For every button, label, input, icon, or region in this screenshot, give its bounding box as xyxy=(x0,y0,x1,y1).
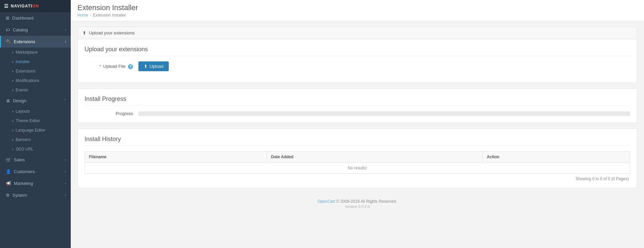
customers-icon: 👤 xyxy=(6,169,11,174)
sidebar-item-marketing[interactable]: 📢 Marketing › xyxy=(0,177,71,189)
sidebar-subitem-theme-editor[interactable]: » Theme Editor xyxy=(0,116,71,126)
chevron-right-icon: › xyxy=(65,193,66,197)
sidebar-item-label: Marketing xyxy=(14,181,33,186)
install-history-body: Install History Filename Date Added Acti… xyxy=(78,129,637,188)
chevron-right-icon: › xyxy=(65,28,66,32)
upload-panel-header: ⬆ Upload your extensions xyxy=(78,27,637,39)
sidebar-subitem-events[interactable]: » Events xyxy=(0,85,71,95)
pagination-info: Showing 0 to 0 of 0 (0 Pages) xyxy=(85,176,630,181)
hamburger-icon[interactable]: ☰ xyxy=(4,3,9,9)
sidebar-item-sales[interactable]: 🛒 Sales › xyxy=(0,154,71,166)
sidebar-item-system[interactable]: ⚙ System › xyxy=(0,189,71,201)
upload-button[interactable]: ⬆ Upload xyxy=(138,61,169,71)
progress-bar-container: Progress xyxy=(85,111,630,116)
install-history-title: Install History xyxy=(85,136,630,146)
dashboard-icon: ⊞ xyxy=(6,16,9,21)
breadcrumb-separator: › xyxy=(90,13,91,18)
nav-header: ☰ NAVIGATION xyxy=(0,0,71,12)
sidebar-item-label: Customers xyxy=(14,169,35,174)
catalog-icon: 🏷 xyxy=(6,27,10,32)
help-icon[interactable]: ? xyxy=(128,64,133,69)
marketing-icon: 📢 xyxy=(6,181,11,186)
upload-panel-body: Upload your extensions * Upload File ? ⬆… xyxy=(78,39,637,83)
sales-icon: 🛒 xyxy=(6,157,11,162)
table-row-empty: No results! xyxy=(85,163,630,174)
sidebar-subitem-label: Extensions xyxy=(16,69,36,74)
sub-arrow-icon: » xyxy=(12,129,14,132)
sidebar-item-catalog[interactable]: 🏷 Catalog › xyxy=(0,24,71,36)
footer: OpenCart © 2009-2019 All Rights Reserved… xyxy=(77,194,637,211)
sidebar-subitem-seo-url[interactable]: » SEO URL xyxy=(0,144,71,154)
sidebar-item-extensions[interactable]: 🔌 Extensions › xyxy=(0,36,71,48)
sub-arrow-icon: » xyxy=(12,119,14,123)
sidebar-subitem-label: Installer xyxy=(16,59,30,64)
breadcrumb: Home › Extension Installer xyxy=(77,13,138,18)
install-history-table: Filename Date Added Action No results! xyxy=(85,151,630,174)
sub-arrow-icon: » xyxy=(12,51,14,54)
sub-arrow-icon: » xyxy=(12,138,14,142)
sub-arrow-icon: » xyxy=(12,147,14,151)
page-title: Extension Installer xyxy=(77,3,138,12)
extensions-icon: 🔌 xyxy=(6,39,11,44)
top-bar: Extension Installer Home › Extension Ins… xyxy=(71,0,644,21)
sidebar-item-label: Dashboard xyxy=(12,16,34,21)
main-content: Extension Installer Home › Extension Ins… xyxy=(71,0,644,248)
sidebar-subitem-label: Marketplace xyxy=(16,50,38,55)
sidebar-subitem-label: Language Editor xyxy=(16,128,45,133)
sidebar-subitem-label: SEO URL xyxy=(16,147,34,151)
sidebar: ☰ NAVIGATION ⊞ Dashboard 🏷 Catalog › 🔌 E… xyxy=(0,0,71,248)
chevron-right-icon: › xyxy=(65,170,66,173)
sidebar-item-design[interactable]: 🖥 Design ˅ xyxy=(0,95,71,107)
nav-title: NAVIGATION xyxy=(11,4,39,8)
install-progress-panel: Install Progress Progress xyxy=(77,88,637,123)
sidebar-subitem-label: Events xyxy=(16,88,28,92)
upload-panel: ⬆ Upload your extensions Upload your ext… xyxy=(77,27,637,83)
sidebar-subitem-label: Layouts xyxy=(16,109,30,114)
install-history-panel: Install History Filename Date Added Acti… xyxy=(77,129,637,188)
sidebar-item-label: Design xyxy=(13,98,26,103)
install-progress-title: Install Progress xyxy=(85,95,630,106)
required-star: * xyxy=(99,64,101,69)
sub-arrow-icon: » xyxy=(12,79,14,83)
sidebar-item-label: Sales xyxy=(14,157,25,162)
sidebar-subitem-label: Theme Editor xyxy=(16,118,40,123)
footer-link[interactable]: OpenCart xyxy=(318,199,335,204)
sidebar-item-label: Catalog xyxy=(13,27,28,32)
progress-label: Progress xyxy=(85,111,138,116)
breadcrumb-home[interactable]: Home xyxy=(77,13,88,18)
col-action: Action xyxy=(483,151,630,163)
page-title-area: Extension Installer Home › Extension Ins… xyxy=(77,3,138,18)
upload-section-title: Upload your extensions xyxy=(85,46,630,56)
breadcrumb-current: Extension Installer xyxy=(93,13,126,18)
sidebar-subitem-label: Modifications xyxy=(16,78,39,83)
chevron-down-icon: › xyxy=(65,40,66,44)
sub-arrow-icon: » xyxy=(12,60,14,64)
install-progress-body: Install Progress Progress xyxy=(78,89,637,123)
footer-copyright: OpenCart © 2009-2019 All Rights Reserved… xyxy=(84,199,631,204)
table-body: No results! xyxy=(85,163,630,174)
chevron-right-icon: › xyxy=(65,182,66,185)
upload-file-label: * Upload File ? xyxy=(85,64,138,69)
sidebar-subitem-marketplace[interactable]: » Marketplace xyxy=(0,48,71,57)
sidebar-subitem-installer[interactable]: » Installer xyxy=(0,57,71,66)
col-date-added: Date Added xyxy=(267,151,483,163)
footer-version: Version 3.0.2.0 xyxy=(84,204,631,209)
sidebar-item-dashboard[interactable]: ⊞ Dashboard xyxy=(0,12,71,24)
sub-arrow-icon: » xyxy=(12,70,14,73)
sidebar-subitem-banners[interactable]: » Banners xyxy=(0,135,71,144)
system-icon: ⚙ xyxy=(6,193,10,198)
sidebar-subitem-language-editor[interactable]: » Language Editor xyxy=(0,126,71,135)
panel-header-label: Upload your extensions xyxy=(89,30,135,35)
upload-arrow-icon: ⬆ xyxy=(144,64,148,69)
sidebar-subitem-modifications[interactable]: » Modifications xyxy=(0,76,71,85)
sidebar-subitem-label: Banners xyxy=(16,137,31,142)
sub-arrow-icon: » xyxy=(12,110,14,113)
progress-bar-outer xyxy=(138,111,630,116)
sidebar-subitem-extensions[interactable]: » Extensions xyxy=(0,66,71,76)
table-head: Filename Date Added Action xyxy=(85,151,630,163)
sub-arrow-icon: » xyxy=(12,88,14,92)
chevron-right-icon: › xyxy=(65,158,66,162)
sidebar-item-customers[interactable]: 👤 Customers › xyxy=(0,166,71,177)
sidebar-item-label: System xyxy=(12,193,27,198)
sidebar-subitem-layouts[interactable]: » Layouts xyxy=(0,107,71,116)
